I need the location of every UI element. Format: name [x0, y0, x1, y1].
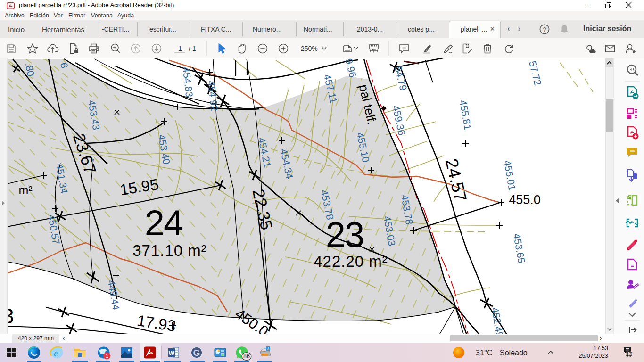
svg-text:459.36: 459.36	[390, 105, 407, 137]
svg-text:Soleado: Soleado	[500, 349, 528, 357]
svg-text:13: 13	[626, 352, 632, 357]
svg-text:25/07/2023: 25/07/2023	[578, 353, 608, 359]
svg-text:57.72: 57.72	[527, 60, 544, 87]
svg-text:455.01: 455.01	[502, 159, 518, 191]
svg-text:24: 24	[145, 203, 183, 243]
svg-text:m²: m²	[18, 183, 32, 197]
svg-text:23: 23	[326, 214, 364, 255]
svg-text:9.96: 9.96	[343, 58, 358, 79]
svg-text:31°C: 31°C	[476, 349, 493, 357]
svg-text:452.49: 452.49	[489, 306, 505, 334]
svg-text:54.79: 54.79	[393, 65, 409, 92]
svg-text:/ 1: / 1	[189, 45, 196, 52]
svg-text:17.93: 17.93	[136, 312, 177, 334]
svg-text:422.20 m²: 422.20 m²	[314, 253, 388, 270]
svg-text:24.57: 24.57	[442, 156, 471, 203]
svg-text:3: 3	[7, 304, 14, 328]
svg-text:453.65: 453.65	[511, 232, 527, 264]
svg-text:250%: 250%	[301, 45, 318, 52]
svg-text:455.81: 455.81	[457, 99, 473, 131]
svg-text:1: 1	[106, 353, 108, 359]
svg-text:?: ?	[543, 26, 546, 33]
svg-text:86: 86	[243, 353, 250, 360]
svg-text:455.0: 455.0	[509, 193, 541, 207]
svg-text:371.10 m²: 371.10 m²	[132, 242, 207, 259]
svg-text:e: e	[54, 347, 58, 359]
svg-text:17:53: 17:53	[594, 345, 608, 352]
svg-text:W: W	[169, 350, 175, 357]
svg-text:G: G	[193, 348, 200, 358]
svg-text:1: 1	[178, 45, 182, 52]
